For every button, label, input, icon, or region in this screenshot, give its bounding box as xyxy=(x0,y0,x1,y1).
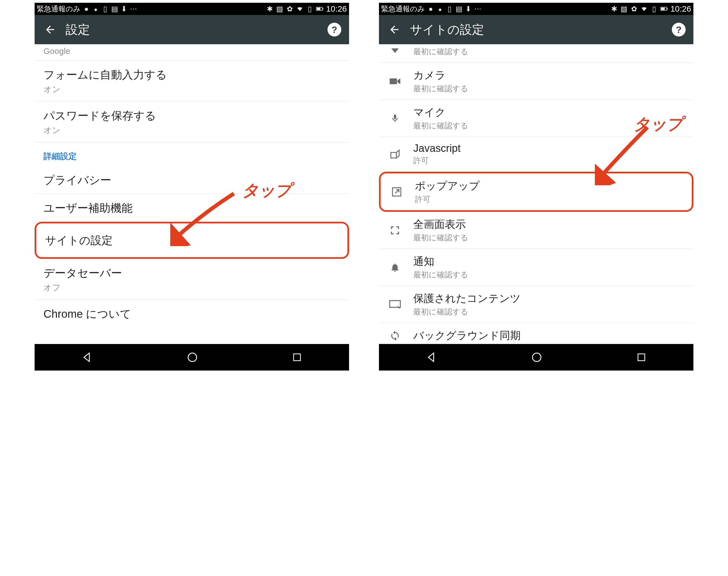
svg-rect-8 xyxy=(390,78,397,84)
row-title: ポップアップ xyxy=(415,179,480,193)
wifi-icon xyxy=(641,5,648,12)
row-location[interactable]: 最初に確認する xyxy=(379,44,693,63)
help-button[interactable]: ? xyxy=(327,23,341,36)
svg-rect-12 xyxy=(638,354,645,361)
more-icon: ⋯ xyxy=(474,5,481,12)
row-title: フォームに自動入力する xyxy=(44,67,340,82)
row-subtitle: 最初に確認する xyxy=(413,84,468,94)
svg-point-3 xyxy=(188,353,197,362)
row-google[interactable]: Google xyxy=(35,44,349,61)
fullscreen-icon xyxy=(387,225,403,236)
row-subtitle: 最初に確認する xyxy=(413,307,521,317)
status-icon-generic: ▧ xyxy=(621,5,628,12)
row-subtitle: Google xyxy=(44,47,340,56)
site-settings-list: 最初に確認する カメラ 最初に確認する マイク 最初に確認する xyxy=(379,44,693,344)
bluetooth-icon: ✱ xyxy=(266,5,273,12)
nav-home-button[interactable] xyxy=(186,351,199,364)
status-icon-generic: ▤ xyxy=(455,5,462,12)
status-clock: 10:26 xyxy=(326,4,347,13)
status-icon-generic: ✿ xyxy=(286,5,293,12)
svg-point-11 xyxy=(533,353,541,362)
row-microphone[interactable]: マイク 最初に確認する xyxy=(379,100,693,137)
settings-list: Google フォームに自動入力する オン パスワードを保存する オン 詳細設定… xyxy=(35,44,349,344)
row-notifications[interactable]: 通知 最初に確認する xyxy=(379,249,693,286)
row-subtitle: オフ xyxy=(44,282,340,293)
row-subtitle: 許可 xyxy=(415,194,480,205)
status-icon-generic: ⬥ xyxy=(436,5,444,12)
status-icon-generic: ● xyxy=(427,5,434,12)
bell-icon xyxy=(387,262,403,273)
row-about-chrome[interactable]: Chrome について xyxy=(35,300,349,327)
signal-icon: ▯ xyxy=(306,5,313,12)
row-camera[interactable]: カメラ 最初に確認する xyxy=(379,63,693,100)
location-icon xyxy=(387,46,403,57)
row-autofill[interactable]: フォームに自動入力する オン xyxy=(35,61,349,102)
wifi-icon xyxy=(296,5,303,12)
row-title: バックグラウンド同期 xyxy=(413,328,521,343)
row-accessibility[interactable]: ユーザー補助機能 xyxy=(35,194,349,222)
row-title: プライバシー xyxy=(44,173,340,188)
back-button[interactable] xyxy=(42,22,58,37)
page-title: 設定 xyxy=(65,22,327,38)
status-icon-generic: ▤ xyxy=(111,5,118,12)
row-subtitle: 許可 xyxy=(413,155,461,166)
row-title: Javascript xyxy=(413,142,461,154)
row-data-saver[interactable]: データセーバー オフ xyxy=(35,259,349,300)
row-title: ユーザー補助機能 xyxy=(44,200,340,215)
row-title: マイク xyxy=(413,105,468,119)
status-carrier: 緊急通報のみ xyxy=(37,4,81,14)
protected-content-icon xyxy=(387,300,403,309)
status-icon-generic: ✿ xyxy=(630,5,638,12)
android-nav-bar xyxy=(379,344,693,371)
svg-rect-6 xyxy=(661,8,665,10)
battery-icon xyxy=(316,5,323,12)
row-subtitle: 最初に確認する xyxy=(413,121,468,131)
nav-back-button[interactable] xyxy=(425,351,438,364)
row-title: データセーバー xyxy=(44,265,340,280)
back-button[interactable] xyxy=(387,22,402,37)
row-fullscreen[interactable]: 全画面表示 最初に確認する xyxy=(379,212,693,249)
status-bar: 緊急通報のみ ● ⬥ ▯ ▤ ⬇ ⋯ ✱ ▧ ✿ ▯ 10:26 xyxy=(379,3,693,15)
svg-rect-4 xyxy=(294,354,301,361)
row-title: 全画面表示 xyxy=(413,217,468,231)
nav-recent-button[interactable] xyxy=(636,351,647,363)
svg-rect-1 xyxy=(317,8,321,10)
row-protected-content[interactable]: 保護されたコンテンツ 最初に確認する xyxy=(379,286,693,323)
app-bar: 設定 ? xyxy=(35,15,349,44)
camera-icon xyxy=(387,77,403,85)
android-nav-bar xyxy=(35,344,349,371)
row-subtitle: 最初に確認する xyxy=(413,269,468,280)
row-javascript[interactable]: Javascript 許可 xyxy=(379,137,693,172)
row-passwords[interactable]: パスワードを保存する オン xyxy=(35,102,349,142)
row-popup[interactable]: ポップアップ 許可 xyxy=(379,172,693,212)
download-icon: ⬇ xyxy=(465,5,472,12)
help-button[interactable]: ? xyxy=(672,23,686,36)
nav-back-button[interactable] xyxy=(81,351,93,364)
more-icon: ⋯ xyxy=(130,5,137,12)
status-bar: 緊急通報のみ ● ⬥ ▯ ▤ ⬇ ⋯ ✱ ▧ ✿ ▯ 10:26 xyxy=(35,3,349,15)
row-title: 通知 xyxy=(413,254,468,268)
row-subtitle: オン xyxy=(44,125,340,136)
sync-icon xyxy=(387,330,403,341)
svg-rect-2 xyxy=(322,8,323,9)
row-title: カメラ xyxy=(413,68,468,82)
svg-rect-7 xyxy=(667,8,668,9)
row-subtitle: 最初に確認する xyxy=(413,47,468,57)
section-advanced: 詳細設定 xyxy=(35,142,349,166)
microphone-icon xyxy=(387,112,403,124)
row-site-settings[interactable]: サイトの設定 xyxy=(35,222,349,259)
battery-icon xyxy=(660,5,668,12)
row-title: サイトの設定 xyxy=(45,233,339,248)
status-carrier: 緊急通報のみ xyxy=(381,4,425,14)
row-privacy[interactable]: プライバシー xyxy=(35,166,349,194)
nav-recent-button[interactable] xyxy=(291,351,303,363)
row-background-sync[interactable]: バックグラウンド同期 xyxy=(379,323,693,344)
status-icon-generic: ▯ xyxy=(102,5,109,12)
signal-icon: ▯ xyxy=(650,5,658,12)
row-subtitle: オン xyxy=(44,84,340,95)
nav-home-button[interactable] xyxy=(530,351,543,364)
popup-icon xyxy=(388,186,405,197)
app-bar: サイトの設定 ? xyxy=(379,15,693,44)
status-icon-generic: ▯ xyxy=(446,5,453,12)
phone-left: 緊急通報のみ ● ⬥ ▯ ▤ ⬇ ⋯ ✱ ▧ ✿ ▯ 10:26 設定 ? xyxy=(35,3,349,371)
